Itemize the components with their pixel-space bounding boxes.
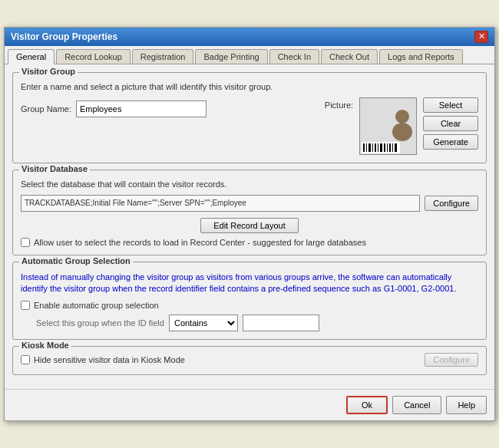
svg-rect-12 <box>392 143 393 152</box>
db-connection-input[interactable] <box>21 195 420 212</box>
svg-point-15 <box>392 123 412 141</box>
automatic-group-title: Automatic Group Selection <box>19 256 133 265</box>
group-name-label: Group Name: <box>21 104 71 114</box>
tab-check-in[interactable]: Check In <box>269 49 319 64</box>
clear-button[interactable]: Clear <box>423 116 478 131</box>
visitor-group-description: Enter a name and select a picture that w… <box>21 82 478 91</box>
bottom-bar: Ok Cancel Help <box>5 389 494 420</box>
visitor-database-description: Select the database that will contain th… <box>21 180 478 189</box>
id-field-value-input[interactable] <box>243 315 319 331</box>
picture-section: Picture: <box>325 97 478 155</box>
visitor-group-box: Visitor Group Enter a name and select a … <box>12 72 487 163</box>
main-window: Visitor Group Properties ✕ General Recor… <box>4 27 495 422</box>
tab-check-out[interactable]: Check Out <box>321 49 378 64</box>
tab-general[interactable]: General <box>8 49 55 64</box>
ok-button[interactable]: Ok <box>346 396 388 414</box>
visitor-group-left: Group Name: <box>21 97 317 117</box>
tab-registration[interactable]: Registration <box>132 49 194 64</box>
group-name-input[interactable] <box>76 100 207 117</box>
tab-record-lookup[interactable]: Record Lookup <box>56 49 131 64</box>
svg-point-14 <box>395 110 409 124</box>
svg-rect-10 <box>387 143 388 152</box>
visitor-group-top: Group Name: Picture: <box>21 97 478 155</box>
id-field-label: Select this group when the ID field <box>36 318 164 328</box>
svg-rect-7 <box>378 143 378 152</box>
svg-rect-2 <box>363 143 365 152</box>
svg-rect-8 <box>380 143 382 152</box>
db-row: Configure <box>21 195 478 212</box>
id-field-select[interactable]: Contains Starts With Ends With Equals <box>169 315 238 331</box>
enable-auto-checkbox-row: Enable automatic group selection <box>21 301 478 310</box>
visitor-database-title: Visitor Database <box>19 164 90 173</box>
picture-buttons: Select Clear Generate <box>423 97 478 150</box>
picture-box <box>359 97 417 155</box>
automatic-group-description: Instead of manually changing the visitor… <box>21 272 478 295</box>
window-title: Visitor Group Properties <box>11 31 117 42</box>
picture-preview <box>360 97 416 155</box>
automatic-group-box: Automatic Group Selection Instead of man… <box>12 262 487 341</box>
group-name-section: Group Name: <box>21 100 317 117</box>
main-content: Visitor Group Enter a name and select a … <box>5 64 494 390</box>
generate-button[interactable]: Generate <box>423 134 478 150</box>
picture-label: Picture: <box>325 100 353 110</box>
configure-button[interactable]: Configure <box>425 196 478 211</box>
highlight-text: G1-0001, G2-0001 <box>384 284 454 293</box>
allow-select-checkbox[interactable] <box>21 238 30 247</box>
allow-select-label: Allow user to select the records to load… <box>34 238 366 247</box>
svg-rect-13 <box>395 143 397 152</box>
enable-auto-label: Enable automatic group selection <box>34 301 159 310</box>
visitor-database-box: Visitor Database Select the database tha… <box>12 170 487 255</box>
allow-select-checkbox-row: Allow user to select the records to load… <box>21 238 478 247</box>
help-button[interactable]: Help <box>446 396 487 414</box>
kiosk-checkbox[interactable] <box>21 355 30 364</box>
tab-bar: General Record Lookup Registration Badge… <box>5 46 494 64</box>
visitor-group-title: Visitor Group <box>19 67 78 76</box>
edit-record-layout-button[interactable]: Edit Record Layout <box>200 218 299 233</box>
svg-rect-5 <box>372 143 373 152</box>
kiosk-label: Hide sensitive visitor data in Kiosk Mod… <box>34 355 185 364</box>
id-field-row: Select this group when the ID field Cont… <box>21 315 478 331</box>
close-button[interactable]: ✕ <box>474 31 488 43</box>
kiosk-checkbox-row: Hide sensitive visitor data in Kiosk Mod… <box>21 355 185 364</box>
svg-rect-3 <box>366 143 367 152</box>
svg-rect-6 <box>375 143 376 152</box>
kiosk-mode-box: Kiosk Mode Hide sensitive visitor data i… <box>12 346 487 375</box>
svg-rect-11 <box>389 143 391 152</box>
title-bar: Visitor Group Properties ✕ <box>5 28 494 46</box>
svg-rect-4 <box>368 143 371 152</box>
svg-rect-9 <box>384 143 385 152</box>
select-button[interactable]: Select <box>423 97 478 113</box>
tab-badge-printing[interactable]: Badge Printing <box>195 49 267 64</box>
cancel-button[interactable]: Cancel <box>392 396 441 414</box>
enable-auto-checkbox[interactable] <box>21 301 30 310</box>
tab-logs-reports[interactable]: Logs and Reports <box>379 49 463 64</box>
kiosk-mode-title: Kiosk Mode <box>19 341 71 350</box>
kiosk-configure-button: Configure <box>425 353 478 367</box>
